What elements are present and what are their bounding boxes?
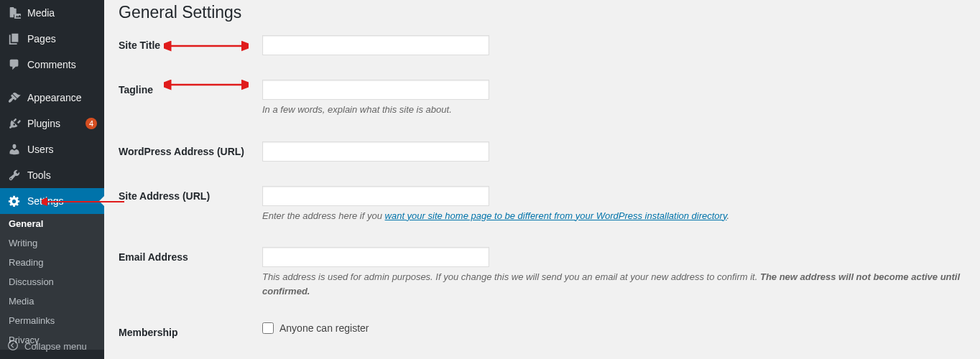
row-site-title: Site Title [119,35,966,55]
membership-checkbox-label[interactable]: Anyone can register [279,322,369,334]
site-title-label: Site Title [119,35,262,51]
sidebar-item-plugins[interactable]: Plugins 4 [0,111,104,136]
collapse-icon [7,340,19,353]
page-title: General Settings [119,3,966,22]
row-membership: Membership Anyone can register [119,322,966,338]
plugins-update-badge: 4 [85,118,97,129]
settings-icon [7,194,22,208]
submenu-item-discussion[interactable]: Discussion [0,272,104,292]
sidebar-item-label: Pages [27,33,97,45]
sidebar-item-label: Appearance [27,92,97,103]
sidebar-item-label: Users [27,144,97,155]
settings-content: General Settings Site Title Tagline In a… [104,0,980,359]
sidebar-item-users[interactable]: Users [0,136,104,162]
submenu-item-permalinks[interactable]: Permalinks [0,311,104,330]
email-address-input[interactable] [262,247,489,267]
media-icon [7,6,22,20]
wp-address-input[interactable] [262,141,489,162]
sidebar-item-appearance[interactable]: Appearance [0,85,104,111]
users-icon [7,142,22,157]
collapse-menu-button[interactable]: Collapse menu [0,333,104,359]
sidebar-item-media[interactable]: Media [0,0,104,26]
site-address-input[interactable] [262,186,489,206]
submenu-item-general[interactable]: General [0,214,104,233]
site-title-input[interactable] [262,35,489,55]
page-icon [7,32,22,46]
tagline-description: In a few words, explain what this site i… [262,103,966,117]
tools-icon [7,168,22,182]
membership-checkbox[interactable] [262,322,274,334]
sidebar-item-tools[interactable]: Tools [0,162,104,188]
comments-icon [7,57,22,72]
submenu-item-reading[interactable]: Reading [0,253,104,272]
sidebar-item-comments[interactable]: Comments [0,52,104,78]
site-address-description: Enter the address here if you want your … [262,209,966,223]
row-site-address: Site Address (URL) Enter the address her… [119,186,966,223]
sidebar-item-label: Comments [27,59,97,70]
sidebar-item-label: Settings [27,195,97,207]
sidebar-item-pages[interactable]: Pages [0,26,104,52]
collapse-menu-label: Collapse menu [24,341,87,352]
email-address-description: This address is used for admin purposes.… [262,270,966,298]
row-email-address: Email Address This address is used for a… [119,247,966,298]
admin-sidebar: Media Pages Comments Appearance Plugins … [0,0,104,359]
tagline-label: Tagline [119,80,262,95]
email-address-label: Email Address [119,247,262,263]
svg-point-0 [9,341,18,350]
row-wp-address: WordPress Address (URL) [119,141,966,162]
plugins-icon [7,116,22,131]
site-address-label: Site Address (URL) [119,186,262,202]
sidebar-item-label: Plugins [27,118,83,129]
membership-label: Membership [119,322,262,338]
sidebar-item-settings[interactable]: Settings [0,188,104,214]
site-address-help-link[interactable]: want your site home page to be different… [385,210,727,221]
appearance-icon [7,90,22,105]
row-tagline: Tagline In a few words, explain what thi… [119,80,966,117]
tagline-input[interactable] [262,80,489,100]
settings-submenu: General Writing Reading Discussion Media… [0,214,104,350]
submenu-item-writing[interactable]: Writing [0,233,104,253]
submenu-item-media[interactable]: Media [0,292,104,311]
wp-address-label: WordPress Address (URL) [119,141,262,157]
sidebar-item-label: Tools [27,169,97,181]
sidebar-item-label: Media [27,7,97,19]
